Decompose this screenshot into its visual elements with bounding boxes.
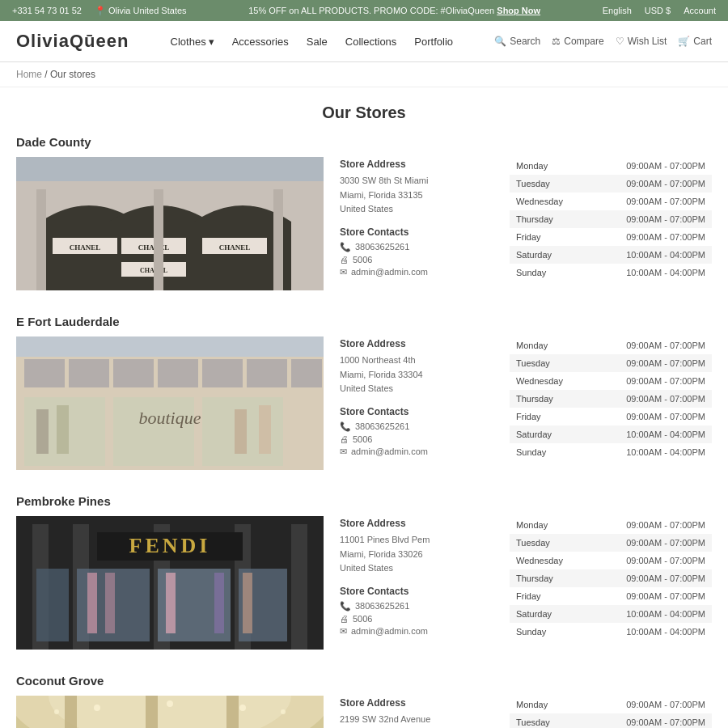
nav-portfolio[interactable]: Portfolio	[414, 36, 453, 48]
svg-rect-23	[291, 359, 322, 387]
svg-rect-46	[105, 573, 115, 633]
cart-icon: 🛒	[678, 36, 690, 47]
svg-rect-55	[146, 696, 158, 728]
top-bar-right: English USD $ Account	[603, 6, 716, 15]
svg-rect-12	[154, 189, 163, 290]
logo[interactable]: OliviaQūeen	[16, 31, 129, 52]
top-bar-left: +331 54 73 01 52 📍Olivia United States	[12, 6, 187, 16]
hours-table-coconut: Monday09:00AM - 07:00PM Tuesday09:00AM -…	[510, 696, 712, 728]
svg-rect-28	[36, 409, 49, 454]
heart-icon: ♡	[616, 36, 624, 47]
svg-point-62	[167, 700, 173, 707]
svg-point-65	[281, 709, 286, 714]
svg-rect-49	[243, 573, 252, 633]
svg-rect-22	[247, 359, 287, 387]
compare-action[interactable]: ⚖ Compare	[552, 36, 603, 47]
store-name-coconut: Coconut Grove	[16, 674, 712, 688]
svg-rect-17	[24, 359, 65, 387]
store-image-fort: boutique	[16, 336, 324, 470]
nav-collections[interactable]: Collections	[345, 36, 397, 48]
svg-point-63	[239, 705, 246, 711]
svg-text:boutique: boutique	[139, 408, 201, 428]
svg-text:CHANEL: CHANEL	[219, 243, 251, 252]
phone-text: +331 54 73 01 52	[12, 6, 82, 15]
phone-icon: 📞	[340, 421, 351, 432]
svg-point-64	[54, 709, 59, 714]
email-icon: ✉	[340, 447, 347, 457]
nav-clothes[interactable]: Clothes ▾	[171, 36, 214, 48]
fax-icon: 🖨	[340, 255, 349, 265]
svg-rect-31	[259, 405, 271, 454]
header: OliviaQūeen Clothes ▾ Accessories Sale C…	[0, 21, 728, 62]
svg-rect-41	[36, 569, 69, 641]
svg-rect-56	[226, 696, 239, 728]
account-link[interactable]: Account	[684, 6, 716, 15]
svg-rect-47	[166, 573, 176, 633]
stores-content: Dade County CHANEL	[0, 135, 728, 728]
store-contacts-dade: Store Contacts 📞 38063625261 🖨 5006 ✉ ad…	[340, 226, 493, 277]
breadcrumb: Home / Our stores	[0, 62, 728, 87]
svg-rect-29	[57, 405, 69, 454]
hours-table-pembroke: Monday09:00AM - 07:00PM Tuesday09:00AM -…	[510, 516, 712, 650]
store-name-fort: E Fort Lauderdale	[16, 315, 712, 328]
svg-rect-54	[65, 696, 77, 728]
compare-icon: ⚖	[552, 36, 561, 47]
svg-rect-30	[235, 409, 247, 454]
store-fort-lauderdale: E Fort Lauderdale	[16, 315, 712, 470]
shop-now-link[interactable]: Shop Now	[497, 6, 540, 15]
email-icon: ✉	[340, 626, 347, 637]
fax-icon: 🖨	[340, 434, 349, 444]
svg-rect-38	[291, 524, 307, 650]
nav-sale[interactable]: Sale	[307, 36, 328, 48]
page-title: Our Stores	[0, 87, 728, 135]
svg-rect-45	[87, 573, 97, 633]
search-icon: 🔍	[494, 36, 506, 47]
nav-accessories[interactable]: Accessories	[232, 36, 289, 48]
clothes-dropdown-icon: ▾	[209, 36, 214, 48]
store-coconut: Coconut Grove	[16, 674, 712, 728]
svg-rect-48	[214, 573, 224, 633]
store-row-coconut: Store Address 2199 SW 32nd Avenue Monday…	[16, 696, 712, 728]
store-address-title-dade: Store Address	[340, 159, 493, 170]
svg-point-61	[94, 705, 100, 711]
store-pembroke: Pembroke Pines FENDI	[16, 494, 712, 650]
store-image-pembroke: FENDI	[16, 516, 324, 650]
store-name-dade: Dade County	[16, 135, 712, 149]
store-row-fort: boutique Store Address 1000 Northeast 4t…	[16, 336, 712, 470]
email-icon: ✉	[340, 267, 347, 277]
svg-rect-20	[158, 359, 198, 387]
svg-rect-18	[69, 359, 109, 387]
store-row-pembroke: FENDI Store Address 11001 Pin	[16, 516, 712, 650]
store-image-coconut	[16, 696, 324, 728]
top-bar-promo: 15% OFF on ALL PRODUCTS. PROMO CODE: #Ol…	[187, 6, 603, 15]
svg-rect-11	[36, 189, 46, 290]
phone-icon: 📞	[340, 601, 351, 612]
hours-table-fort: Monday09:00AM - 07:00PM Tuesday09:00AM -…	[510, 336, 712, 470]
store-contacts-fort: Store Contacts 📞 38063625261 🖨 5006 ✉ ad…	[340, 406, 493, 457]
currency-selector[interactable]: USD $	[645, 6, 671, 15]
main-nav: Clothes ▾ Accessories Sale Collections P…	[171, 36, 453, 48]
store-details-coconut: Store Address 2199 SW 32nd Avenue	[340, 696, 493, 728]
store-row-dade: CHANEL CHANEL CHANEL CHANEL Store Addres…	[16, 157, 712, 290]
store-name-pembroke: Pembroke Pines	[16, 494, 712, 508]
search-action[interactable]: 🔍 Search	[494, 36, 540, 47]
svg-text:CHANEL: CHANEL	[70, 243, 101, 252]
cart-action[interactable]: 🛒 Cart	[678, 36, 712, 47]
wishlist-action[interactable]: ♡ Wish List	[616, 36, 667, 47]
store-dade-county: Dade County CHANEL	[16, 135, 712, 290]
hours-table-dade: Monday09:00AM - 07:00PM Tuesday09:00AM -…	[510, 157, 712, 290]
fax-icon: 🖨	[340, 614, 349, 624]
svg-rect-19	[113, 359, 154, 387]
store-details-dade: Store Address 3030 SW 8th St Miami Miami…	[340, 157, 493, 290]
breadcrumb-home[interactable]: Home	[16, 69, 42, 80]
store-address-dade: 3030 SW 8th St Miami Miami, Florida 3313…	[340, 174, 493, 217]
location-text: 📍Olivia United States	[95, 6, 187, 16]
phone-icon: 📞	[340, 242, 351, 252]
store-details-fort: Store Address 1000 Northeast 4th Miami, …	[340, 336, 493, 470]
store-image-dade: CHANEL CHANEL CHANEL CHANEL	[16, 157, 324, 290]
top-bar: +331 54 73 01 52 📍Olivia United States 1…	[0, 0, 728, 21]
svg-text:FENDI: FENDI	[129, 534, 211, 557]
header-actions: 🔍 Search ⚖ Compare ♡ Wish List 🛒 Cart	[494, 36, 712, 47]
svg-rect-21	[202, 359, 243, 387]
language-selector[interactable]: English	[603, 6, 632, 15]
